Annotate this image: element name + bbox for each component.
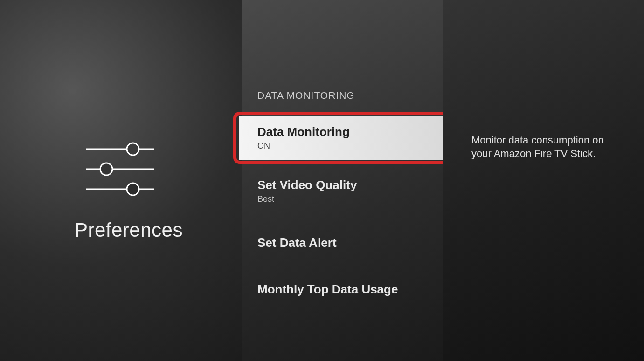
section-header: DATA MONITORING — [257, 90, 355, 101]
svg-point-5 — [127, 183, 139, 195]
menu-panel: DATA MONITORING Data Monitoring ON Set V… — [242, 0, 443, 361]
item-description: Monitor data consumption on your Amazon … — [471, 134, 625, 160]
menu-item-set-video-quality[interactable]: Set Video Quality Best — [242, 170, 443, 212]
menu-item-label: Data Monitoring — [257, 125, 428, 139]
description-panel: Monitor data consumption on your Amazon … — [443, 0, 644, 361]
svg-point-3 — [100, 163, 112, 175]
menu-item-value: Best — [257, 194, 428, 204]
left-panel: Preferences — [0, 0, 242, 361]
svg-point-1 — [127, 143, 139, 155]
page-title: Preferences — [75, 219, 183, 241]
menu-list: Data Monitoring ON Set Video Quality Bes… — [242, 116, 443, 305]
menu-item-monthly-top-data-usage[interactable]: Monthly Top Data Usage — [242, 275, 443, 305]
menu-item-label: Set Video Quality — [257, 178, 428, 192]
menu-item-value: ON — [257, 141, 428, 151]
menu-item-label: Set Data Alert — [257, 236, 428, 250]
menu-item-set-data-alert[interactable]: Set Data Alert — [242, 228, 443, 259]
menu-item-data-monitoring[interactable]: Data Monitoring ON — [239, 116, 446, 160]
menu-item-label: Monthly Top Data Usage — [257, 282, 428, 297]
sliders-icon — [86, 140, 154, 196]
